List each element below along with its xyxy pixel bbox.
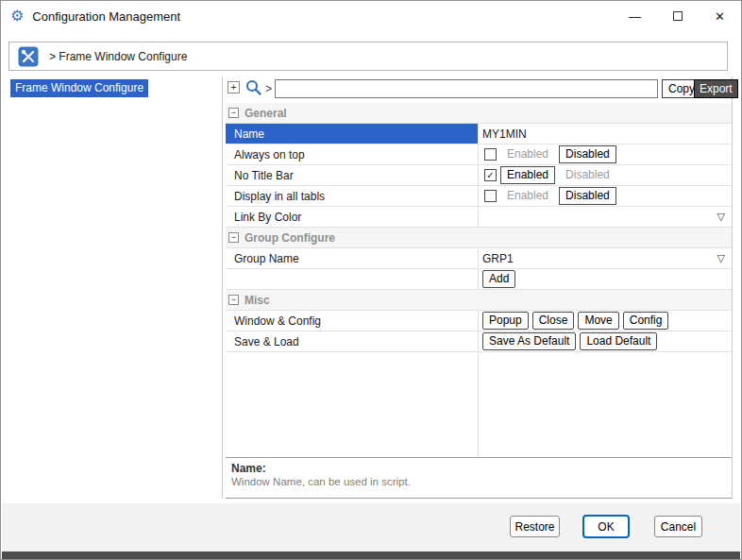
row-save-load: Save & Load Save As Default Load Default (226, 331, 732, 352)
dialog-footer: Restore OK Cancel (2, 503, 740, 559)
row-window-config: Window & Config Popup Close Move Config (226, 311, 732, 331)
display-in-all-tabs-checkbox[interactable] (484, 190, 497, 202)
close-window-button[interactable]: Close (532, 312, 575, 330)
title-bar: ⚙ Configuration Management — ✕ (1, 1, 741, 31)
row-always-on-top-label[interactable]: Always on top (226, 144, 479, 164)
collapse-icon-general[interactable]: − (228, 108, 239, 118)
section-misc-title: Misc (245, 294, 270, 307)
config-button[interactable]: Config (623, 312, 669, 330)
always-on-top-disabled-option[interactable]: Disabled (559, 145, 616, 163)
config-tree: Frame Window Configure (8, 78, 221, 497)
always-on-top-enabled-option[interactable]: Enabled (500, 145, 555, 163)
search-icon (245, 79, 261, 95)
row-link-by-color-label[interactable]: Link By Color (226, 207, 479, 227)
breadcrumb-path: > Frame Window Configure (49, 50, 187, 63)
panel-splitter[interactable] (222, 76, 223, 499)
section-misc: − Misc (226, 290, 732, 311)
description-title: Name: (231, 462, 724, 475)
export-button[interactable]: Export (694, 79, 738, 98)
row-no-title-bar-label[interactable]: No Title Bar (226, 165, 479, 185)
no-title-bar-enabled-option[interactable]: Enabled (500, 166, 555, 184)
close-button[interactable]: ✕ (699, 1, 741, 31)
popup-button[interactable]: Popup (482, 312, 529, 330)
row-add-group: Add (226, 269, 732, 290)
restore-button[interactable]: Restore (510, 516, 560, 537)
property-description: Name: Window Name, can be used in script… (226, 457, 732, 499)
expand-all-button[interactable]: + (228, 81, 240, 93)
tree-item-frame-window-configure[interactable]: Frame Window Configure (10, 79, 148, 97)
collapse-icon-group-configure[interactable]: − (228, 232, 239, 243)
no-title-bar-disabled-option[interactable]: Disabled (559, 166, 616, 184)
group-name-value: GRP1 (482, 252, 514, 265)
row-group-name: Group Name GRP1 ▽ (226, 248, 732, 269)
gear-icon: ⚙ (10, 8, 24, 24)
row-add-group-label (226, 269, 479, 289)
configuration-management-dialog: ⚙ Configuration Management — ✕ > Frame W… (0, 0, 742, 560)
section-group-configure: − Group Configure (226, 228, 732, 248)
always-on-top-checkbox[interactable] (484, 148, 497, 161)
property-panel: + > Copy Export − General Name MY1MIN Al… (226, 76, 733, 499)
maximize-button[interactable] (656, 1, 699, 31)
tools-icon (18, 46, 39, 67)
row-window-config-label[interactable]: Window & Config (226, 311, 479, 331)
window-title: Configuration Management (32, 9, 180, 24)
close-icon: ✕ (715, 9, 725, 24)
maximize-icon (673, 11, 683, 21)
row-group-name-label[interactable]: Group Name (226, 248, 479, 268)
row-display-in-all-tabs: Display in all tabls Enabled Disabled (226, 186, 732, 207)
window-controls: — ✕ (614, 1, 741, 31)
save-as-default-button[interactable]: Save As Default (482, 332, 576, 350)
filter-input[interactable] (275, 79, 658, 98)
link-by-color-select[interactable]: ▽ (479, 207, 732, 227)
section-general-title: General (245, 107, 287, 120)
move-button[interactable]: Move (578, 312, 618, 330)
section-general: − General (226, 103, 732, 124)
add-button[interactable]: Add (482, 270, 515, 288)
no-title-bar-checkbox[interactable]: ✓ (484, 169, 497, 181)
row-link-by-color: Link By Color ▽ (226, 207, 732, 228)
breadcrumb: > Frame Window Configure (8, 42, 728, 71)
row-save-load-label[interactable]: Save & Load (226, 331, 479, 351)
description-text: Window Name, can be used in script. (231, 476, 724, 487)
cancel-button[interactable]: Cancel (654, 516, 702, 537)
collapse-icon-misc[interactable]: − (228, 295, 239, 305)
row-name: Name MY1MIN (226, 124, 732, 144)
row-no-title-bar: No Title Bar ✓ Enabled Disabled (226, 165, 732, 186)
display-in-all-tabs-enabled-option[interactable]: Enabled (500, 187, 555, 205)
group-name-select[interactable]: GRP1 ▽ (479, 248, 732, 268)
row-display-in-all-tabs-label[interactable]: Display in all tabls (226, 186, 479, 206)
display-in-all-tabs-disabled-option[interactable]: Disabled (559, 187, 616, 205)
minimize-icon: — (629, 9, 641, 24)
section-group-configure-title: Group Configure (245, 231, 335, 245)
row-name-value[interactable]: MY1MIN (482, 127, 527, 141)
chevron-down-icon[interactable]: ▽ (717, 211, 725, 223)
grid-empty-area (226, 352, 732, 457)
row-name-label[interactable]: Name (226, 124, 479, 144)
chevron-down-icon[interactable]: ▽ (717, 252, 725, 264)
minimize-button[interactable]: — (614, 1, 656, 31)
ok-button[interactable]: OK (582, 515, 630, 538)
row-always-on-top: Always on top Enabled Disabled (226, 144, 732, 165)
property-toolbar: + > Copy Export (226, 76, 732, 103)
load-default-button[interactable]: Load Default (580, 332, 657, 350)
search-prefix: > (265, 82, 272, 95)
window-bottom-edge (2, 552, 740, 559)
